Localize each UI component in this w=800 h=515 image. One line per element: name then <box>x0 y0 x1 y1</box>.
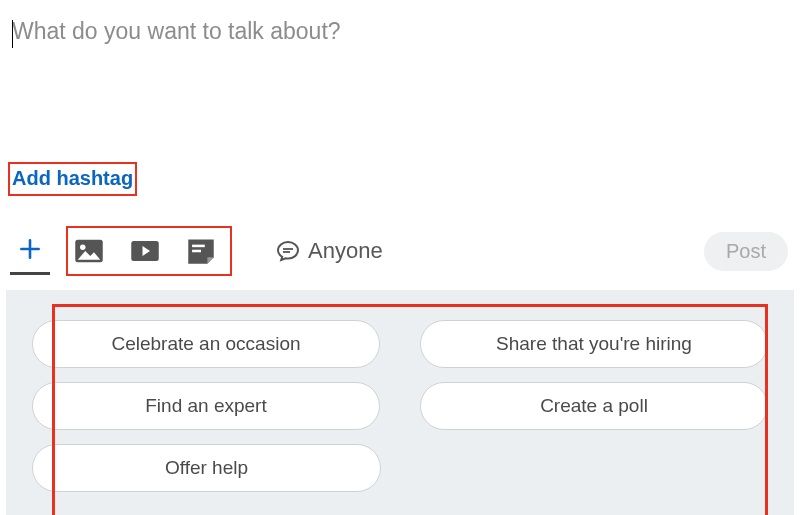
post-suggestions-panel: Celebrate an occasion Share that you're … <box>6 290 794 515</box>
audience-label: Anyone <box>308 238 383 264</box>
post-button-label: Post <box>726 240 766 262</box>
suggestion-label: Share that you're hiring <box>496 333 692 355</box>
add-video-button[interactable] <box>130 236 160 266</box>
add-hashtag-button[interactable]: Add hashtag <box>8 162 137 196</box>
add-more-button[interactable] <box>10 227 50 275</box>
add-document-button[interactable] <box>186 236 216 266</box>
post-button[interactable]: Post <box>704 232 788 271</box>
add-photo-button[interactable] <box>74 236 104 266</box>
svg-point-1 <box>80 245 86 251</box>
text-cursor <box>12 20 13 48</box>
document-icon <box>187 238 215 264</box>
video-icon <box>130 239 160 263</box>
comment-icon <box>276 239 300 263</box>
suggestion-label: Celebrate an occasion <box>111 333 300 355</box>
svg-rect-3 <box>192 245 205 248</box>
compose-placeholder: What do you want to talk about? <box>12 18 788 45</box>
suggestion-celebrate-occasion[interactable]: Celebrate an occasion <box>32 320 380 368</box>
suggestion-label: Create a poll <box>540 395 648 417</box>
suggestion-find-expert[interactable]: Find an expert <box>32 382 380 430</box>
plus-icon <box>17 236 43 262</box>
compose-placeholder-text: What do you want to talk about? <box>12 18 341 44</box>
suggestion-label: Offer help <box>165 457 248 479</box>
composer-toolbar: Anyone Post <box>0 216 800 290</box>
suggestion-offer-help[interactable]: Offer help <box>32 444 381 492</box>
audience-selector[interactable]: Anyone <box>276 238 383 264</box>
compose-textarea[interactable]: What do you want to talk about? <box>0 0 800 156</box>
spacer <box>421 444 768 492</box>
svg-rect-4 <box>192 250 201 253</box>
media-buttons-group <box>66 226 232 276</box>
photo-icon <box>74 238 104 264</box>
hashtag-row: Add hashtag <box>0 162 800 196</box>
suggestion-create-poll[interactable]: Create a poll <box>420 382 768 430</box>
suggestion-share-hiring[interactable]: Share that you're hiring <box>420 320 768 368</box>
suggestion-label: Find an expert <box>145 395 266 417</box>
